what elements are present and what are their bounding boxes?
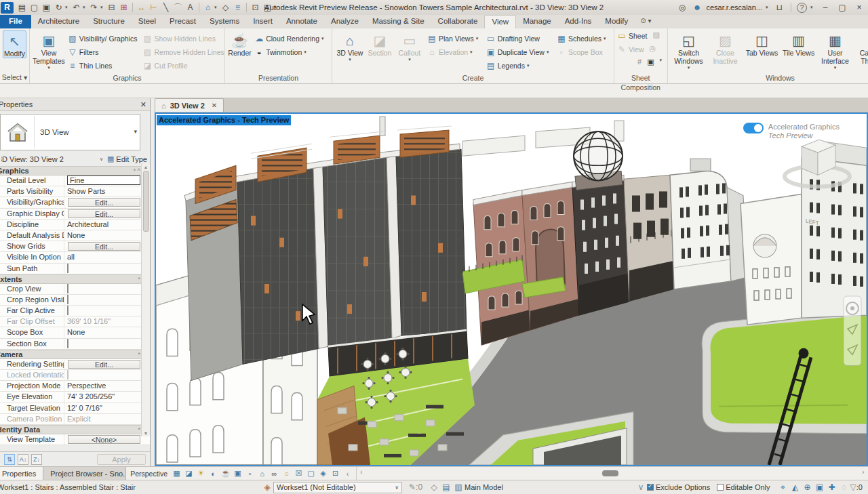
store-cart-icon[interactable]: ⊔	[774, 2, 785, 14]
property-row[interactable]: Visible In Optionall	[0, 252, 150, 263]
scroll-right-icon[interactable]: ›	[859, 468, 868, 476]
panel-label-graphics[interactable]: Graphics	[30, 73, 224, 83]
section-extents[interactable]: Extents*	[0, 274, 150, 284]
collapse-controls-icon[interactable]: ‹	[343, 470, 352, 478]
palette-tab-properties[interactable]: Properties	[0, 467, 43, 480]
property-row[interactable]: Crop View	[0, 284, 150, 295]
measure-icon[interactable]: ↔	[136, 2, 147, 14]
property-row[interactable]: Far Clip Active	[0, 306, 150, 316]
filters-button[interactable]: ▽Filters	[68, 47, 138, 58]
tab-architecture[interactable]: Architecture	[31, 15, 86, 28]
render-dialog-icon[interactable]: ☕	[221, 469, 230, 478]
view-template-button[interactable]: <None>	[68, 435, 140, 444]
tab-precast[interactable]: Precast	[163, 15, 203, 28]
signed-in-user[interactable]: cesar.r.escalan...	[706, 3, 762, 12]
edit-button[interactable]: Edit...	[68, 198, 140, 207]
sync-caret[interactable]: ▾	[65, 5, 70, 10]
property-row[interactable]: Rendering SettingsEdit...	[0, 359, 150, 370]
thin-lines-icon[interactable]: ≡	[232, 2, 243, 14]
tile-views-button[interactable]: ▥Tile Views	[781, 30, 817, 57]
thin-lines-button[interactable]: ≡Thin Lines	[68, 60, 138, 71]
panel-label-windows[interactable]: Windows	[668, 73, 868, 83]
navigation-bar[interactable]	[844, 296, 861, 365]
reveal-constraints-icon[interactable]: ⊡	[331, 469, 340, 478]
pin-icon[interactable]: *	[138, 426, 140, 433]
property-row[interactable]: Crop Region Visible	[0, 295, 150, 306]
crop-view-icon[interactable]: ▣	[233, 469, 242, 478]
help-icon[interactable]: ?	[797, 3, 807, 13]
editable-count[interactable]: ✎:0	[409, 482, 421, 492]
tab-addins[interactable]: Add-Ins	[558, 15, 599, 28]
model-line-icon[interactable]: ╲	[160, 2, 172, 14]
tab-insert[interactable]: Insert	[246, 15, 279, 28]
tab-view[interactable]: View	[484, 15, 516, 28]
search-icon[interactable]: ◎	[676, 2, 688, 14]
schedules-button[interactable]: ▦Schedules▾	[557, 33, 608, 44]
print-icon[interactable]: ⊟	[106, 2, 117, 14]
crop-region-checkbox[interactable]	[67, 295, 68, 304]
property-row[interactable]: Parts VisibilityShow Parts	[0, 186, 150, 197]
reveal-hidden-icon[interactable]: ∞	[270, 470, 279, 478]
sort-za-icon[interactable]: Z↓	[31, 454, 42, 465]
view-tab-3d-view-2[interactable]: ⌂ 3D View 2 ✕	[155, 98, 224, 112]
panel-label-presentation[interactable]: Presentation	[225, 73, 332, 83]
scroll-up-icon[interactable]: ▲	[144, 165, 149, 169]
help-caret[interactable]: ▾	[810, 5, 815, 10]
select-pinned-icon[interactable]: ⊕	[802, 482, 814, 492]
close-hidden-icon[interactable]: ⊡	[250, 2, 261, 14]
far-clip-checkbox[interactable]	[67, 306, 68, 315]
palette-scrollbar[interactable]: ▲ ▼	[141, 164, 150, 436]
render-button[interactable]: ☕ Render	[228, 30, 252, 57]
sheet-button[interactable]: ▭Sheet	[617, 30, 647, 41]
scroll-down-icon[interactable]: ▼	[144, 431, 149, 436]
option-dropdown-icon[interactable]: ∨	[635, 482, 647, 492]
tab-annotate[interactable]: Annotate	[279, 15, 324, 28]
temporary-view-icon[interactable]: ○	[282, 470, 291, 478]
twinmotion-button[interactable]: ◒Twinmotion▾	[254, 47, 326, 58]
minimize-button[interactable]: –	[818, 3, 832, 12]
pin-icon[interactable]: * ^	[134, 167, 140, 174]
tag-icon[interactable]: ◇	[220, 2, 231, 14]
arc-icon[interactable]: ⌒	[172, 2, 184, 14]
3d-view-button[interactable]: ⌂ 3D View▾	[335, 30, 365, 62]
redo-caret[interactable]: ▾	[100, 5, 105, 10]
view-caret[interactable]: ▾	[214, 5, 219, 10]
property-row[interactable]: Default Analysis Dis...None	[0, 230, 150, 241]
plan-views-button[interactable]: ▤Plan Views▾	[427, 33, 481, 44]
crop-region-icon[interactable]: ▫	[245, 470, 254, 478]
drag-selection-icon[interactable]: ✚	[826, 482, 838, 492]
property-row[interactable]: Eye Elevation74' 3 205/256"	[0, 392, 150, 403]
property-row[interactable]: Visibility/Graphics ...Edit...	[0, 197, 150, 208]
canvas-theme-button[interactable]: ◐Canvas Theme	[854, 30, 868, 65]
instance-selector[interactable]: 3D View: 3D View 2	[1, 155, 97, 163]
hscroll-thumb[interactable]	[602, 470, 618, 476]
sun-settings-icon[interactable]: ☀	[197, 469, 205, 478]
drafting-view-button[interactable]: ▭Drafting View	[486, 33, 551, 44]
main-model-label[interactable]: Main Model	[465, 483, 503, 491]
close-button[interactable]: ×	[852, 3, 866, 12]
property-row[interactable]: View Template<None>	[0, 434, 150, 445]
shadows-icon[interactable]: ◐	[209, 470, 218, 478]
visual-style-icon[interactable]: ◪	[184, 469, 193, 478]
property-row[interactable]: Target Elevation12' 0 7/16"	[0, 403, 150, 414]
property-row[interactable]: Projection ModePerspective	[0, 381, 150, 392]
cloud-rendering-button[interactable]: ☁Cloud Rendering▾	[254, 33, 326, 44]
crop-view-checkbox[interactable]	[67, 284, 68, 293]
tab-modify[interactable]: Modify	[598, 15, 635, 28]
view-templates-button[interactable]: ▣ View Templates▾	[33, 30, 65, 70]
panel-label-sheet-composition[interactable]: Sheet Composition	[614, 73, 667, 83]
scroll-thumb[interactable]	[143, 171, 149, 232]
window-icon[interactable]: ▤	[16, 2, 28, 14]
tab-file[interactable]: File	[0, 15, 31, 28]
browser-list-icon[interactable]: ▥	[452, 482, 465, 492]
tab-collaborate[interactable]: Collaborate	[431, 15, 485, 28]
instance-caret[interactable]: ∨	[100, 157, 104, 162]
transfer-icon[interactable]: ⊞	[118, 2, 130, 14]
design-options-icon[interactable]: ◇	[428, 482, 440, 492]
open-icon[interactable]: ▢	[28, 2, 40, 14]
tab-manage[interactable]: Manage	[516, 15, 558, 28]
tab-massing-site[interactable]: Massing & Site	[366, 15, 431, 28]
select-dropdown[interactable]: Select ▾	[0, 73, 29, 83]
tab-analyze[interactable]: Analyze	[324, 15, 366, 28]
sun-path-checkbox[interactable]	[67, 264, 68, 273]
